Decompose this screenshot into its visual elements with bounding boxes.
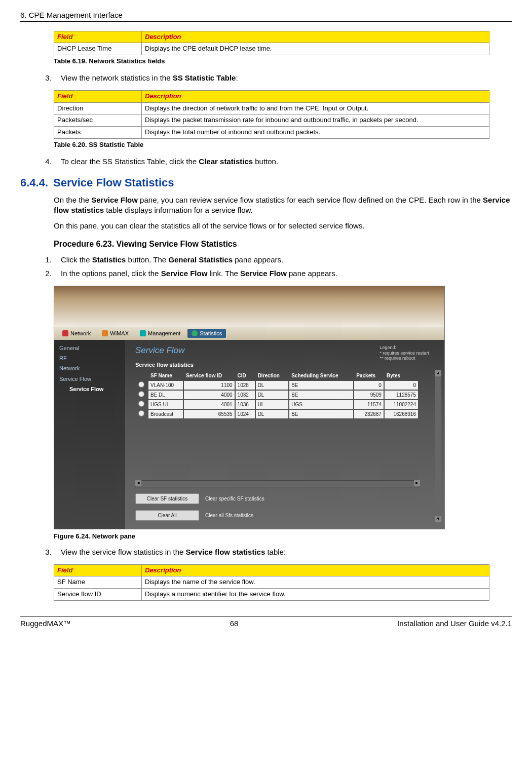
footer-right: Installation and User Guide v4.2.1	[397, 619, 512, 629]
cell-desc: Displays the name of the service flow.	[142, 576, 489, 589]
section-6-4-4-p2: On this pane, you can clear the statisti…	[54, 221, 512, 231]
col-direction: Direction	[256, 371, 289, 380]
sidebar-item-service-flow[interactable]: Service Flow	[59, 374, 125, 384]
tab-statistics[interactable]: Statistics	[187, 329, 226, 338]
vertical-scrollbar[interactable]: ▲ ▼	[435, 370, 441, 522]
top-tabbar: Network WiMAX Management Statistics	[54, 327, 444, 340]
th-desc: Description	[142, 31, 489, 43]
table-service-flow-fields: Field Description SF Name Displays the n…	[54, 564, 489, 601]
figure-6-24-screenshot: Network WiMAX Management Statistics Gene…	[54, 286, 445, 530]
statistics-icon	[192, 330, 198, 336]
step-3-bold: SS Statistic Table	[173, 73, 236, 82]
proc-step-3: View the service flow statistics in the …	[54, 547, 512, 557]
scroll-left-icon[interactable]: ◄	[135, 480, 141, 486]
screenshot-banner	[54, 286, 444, 327]
clear-sf-statistics-button[interactable]: Clear SF statistics	[135, 493, 199, 504]
radio-icon[interactable]	[138, 401, 144, 407]
table-6-20: Field Description Direction Displays the…	[54, 90, 489, 139]
col-scheduling: Scheduling Service	[289, 371, 353, 380]
wimax-icon	[102, 330, 108, 336]
table-caption-6-20: Table 6.20. SS Statistic Table	[54, 141, 512, 149]
procedure-6-23-title: Procedure 6.23. Viewing Service Flow Sta…	[54, 239, 512, 250]
cell-desc: Displays the packet transmission rate fo…	[142, 114, 489, 127]
cell-field: Packets/sec	[54, 114, 142, 127]
col-sfid: Service flow ID	[184, 371, 235, 380]
step-4-bold: Clear statistics	[199, 157, 253, 166]
footer-left: RuggedMAX™	[20, 619, 71, 629]
clear-all-button[interactable]: Clear All	[135, 510, 199, 521]
tab-wimax[interactable]: WiMAX	[98, 329, 133, 338]
step-4-text-pre: To clear the SS Statistics Table, click …	[61, 157, 199, 166]
table-row: Packets/sec Displays the packet transmis…	[54, 114, 489, 127]
step-3-text-pre: View the network statistics in the	[61, 73, 173, 82]
step-4: To clear the SS Statistics Table, click …	[54, 157, 512, 167]
cell-field: DHCP Lease Time	[54, 43, 142, 55]
table-row: Service flow ID Displays a numeric ident…	[54, 589, 489, 601]
clear-all-label: Clear all Sfs statistics	[205, 512, 253, 519]
step-3-text-post: :	[236, 73, 238, 82]
figure-caption-6-24: Figure 6.24. Network pane	[54, 532, 512, 541]
table-caption-6-19: Table 6.19. Network Statistics fields	[54, 57, 512, 66]
cell-desc: Displays a numeric identifier for the se…	[142, 589, 489, 601]
table-6-19: Field Description DHCP Lease Time Displa…	[54, 31, 489, 56]
step-3: View the network statistics in the SS St…	[54, 73, 512, 83]
footer-page-number: 68	[230, 619, 239, 629]
cell-field: Service flow ID	[54, 589, 142, 601]
cell-desc: Displays the total number of inbound and…	[142, 127, 489, 139]
cell-desc: Displays the direction of network traffi…	[142, 102, 489, 114]
proc-step-2: In the options panel, click the Service …	[54, 268, 512, 279]
sidebar-item-general[interactable]: General	[59, 343, 125, 353]
tab-network[interactable]: Network	[58, 329, 95, 338]
cell-field: SF Name	[54, 576, 142, 589]
main-pane: Legend: * requires service restart ** re…	[125, 340, 444, 529]
scroll-down-icon[interactable]: ▼	[435, 516, 441, 522]
table-row[interactable]: BE DL 4000 1032 DL BE 9509 1128575	[136, 391, 418, 399]
sidebar-item-service-flow-active[interactable]: Service Flow	[59, 384, 125, 394]
service-flow-table: SF Name Service flow ID CID Direction Sc…	[135, 370, 419, 419]
th-field: Field	[54, 31, 142, 43]
table-row[interactable]: VLAN-100 1100 1028 DL BE 0 0	[136, 381, 418, 390]
section-6-4-4-p1: On the the Service Flow pane, you can re…	[54, 195, 512, 215]
section-number: 6.4.4.	[20, 176, 48, 189]
cell-field: Direction	[54, 102, 142, 114]
cell-desc: Displays the CPE default DHCP lease time…	[142, 43, 489, 55]
step-4-text-post: button.	[253, 157, 278, 166]
chapter-header: 6. CPE Management Interface	[20, 10, 512, 22]
clear-sf-statistics-label: Clear specific SF statistics	[205, 495, 264, 502]
table-row: SF Name Displays the name of the service…	[54, 576, 489, 589]
management-icon	[140, 330, 146, 336]
col-packets: Packets	[354, 371, 384, 380]
th-desc: Description	[142, 564, 489, 576]
th-field: Field	[54, 90, 142, 102]
sidebar: General RF Network Service Flow Service …	[54, 340, 125, 529]
table-row[interactable]: Broadcast 65535 1024 DL BE 232687 162689…	[136, 410, 418, 418]
network-icon	[62, 330, 68, 336]
table-row: DHCP Lease Time Displays the CPE default…	[54, 43, 489, 55]
sidebar-item-rf[interactable]: RF	[59, 353, 125, 363]
page-footer: RuggedMAX™ 68 Installation and User Guid…	[20, 616, 512, 629]
sidebar-item-network[interactable]: Network	[59, 363, 125, 373]
th-field: Field	[54, 564, 142, 576]
horizontal-scrollbar[interactable]: ◄ ►	[135, 480, 420, 487]
radio-icon[interactable]	[138, 410, 144, 416]
scroll-right-icon[interactable]: ►	[414, 480, 420, 486]
section-title: Service Flow Statistics	[53, 176, 174, 189]
radio-icon[interactable]	[138, 391, 144, 397]
col-cid: CID	[236, 371, 255, 380]
col-bytes: Bytes	[385, 371, 418, 380]
legend: Legend: * requires service restart ** re…	[379, 345, 429, 361]
cell-field: Packets	[54, 127, 142, 139]
radio-icon[interactable]	[138, 381, 144, 388]
table-row: Direction Displays the direction of netw…	[54, 102, 489, 114]
col-sfname: SF Name	[148, 371, 183, 380]
th-desc: Description	[142, 90, 489, 102]
proc-step-1: Click the Statistics button. The General…	[54, 255, 512, 265]
section-6-4-4-heading: 6.4.4.Service Flow Statistics	[20, 176, 512, 190]
scroll-up-icon[interactable]: ▲	[435, 370, 441, 376]
subheading: Service flow statistics	[135, 361, 434, 368]
tab-management[interactable]: Management	[136, 329, 184, 338]
table-row: Packets Displays the total number of inb…	[54, 127, 489, 139]
table-row[interactable]: UGS UL 4001 1036 UL UGS 11574 11002224	[136, 400, 418, 409]
